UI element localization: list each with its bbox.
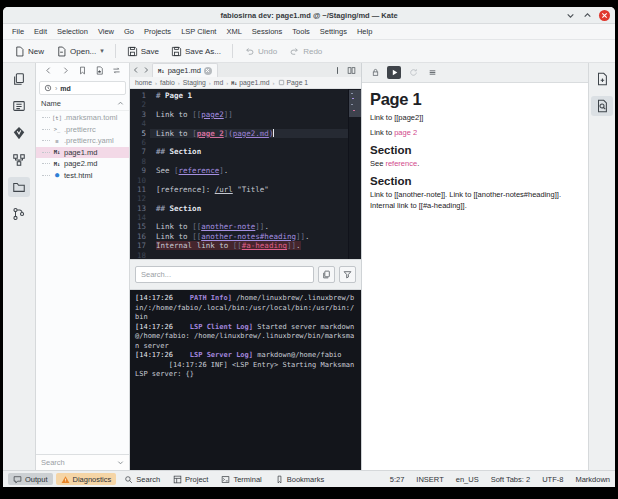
open-button[interactable]: Open... ▾ [51,43,109,60]
statusbar-search[interactable]: Search [119,473,165,485]
close-icon[interactable] [599,10,610,21]
breadcrumb-item[interactable]: Staging [183,79,206,86]
menu-settings[interactable]: Settings [315,25,352,38]
lock-icon[interactable] [368,66,382,79]
menu-tools[interactable]: Tools [287,25,315,38]
statusbar-indicator[interactable]: UTF-8 [542,475,563,484]
tool-new-document[interactable] [591,69,613,89]
code-line[interactable]: ## Section [156,204,348,213]
new-button[interactable]: New [9,43,49,60]
code-line[interactable]: Link to [[another-notes#heading]]. [156,232,348,241]
file-row[interactable]: ●test.html [36,170,129,182]
filetree-breadcrumb[interactable]: › md [39,81,126,95]
split-view-icon[interactable] [347,66,356,75]
name-column-header[interactable]: Name [41,99,61,108]
menu-view[interactable]: View [93,25,119,38]
tab-back-icon[interactable] [132,66,140,74]
filetree-filter[interactable]: Search [36,454,129,470]
undo-button[interactable]: Undo [239,43,282,60]
minimap-view-indicator[interactable] [349,90,361,117]
pin-icon[interactable] [333,66,342,75]
current-document-folder-button[interactable] [95,66,104,77]
code-line[interactable] [156,138,348,147]
file-row[interactable]: M↓page1.md [36,147,129,159]
statusbar-bookmarks[interactable]: Bookmarks [270,473,330,485]
statusbar-output[interactable]: Output [8,473,53,485]
code-editor[interactable]: 123456789101112131415161718 # Page 1Link… [130,89,361,259]
back-button[interactable] [44,66,53,77]
play-icon[interactable] [387,66,401,79]
menu-icon[interactable] [425,66,439,79]
statusbar-indicator[interactable]: Soft Tabs: 2 [491,475,530,484]
code-line[interactable]: Link to [page 2](page2.md) [150,129,348,138]
breadcrumb-folder[interactable]: md [60,85,71,92]
filetree-header[interactable]: Name [36,97,129,111]
statusbar-terminal[interactable]: Terminal [216,473,266,485]
save-as-button[interactable]: Save As... [166,43,226,60]
breadcrumb-item[interactable]: md [214,79,223,86]
statusbar-diagnostics[interactable]: Diagnostics [56,473,117,485]
titlebar[interactable]: fabiosirna dev: page1.md @ ~/Staging/md … [3,7,615,24]
breadcrumb-item[interactable]: home [135,79,152,86]
menu-xml[interactable]: XML [221,25,246,38]
statusbar-indicator[interactable]: 5:27 [390,475,405,484]
menu-lsp-client[interactable]: LSP Client [176,25,221,38]
refresh-icon[interactable] [406,66,420,79]
code-line[interactable] [156,157,348,166]
open-dropdown-icon[interactable]: ▾ [100,47,104,55]
code-line[interactable]: [reference]: /url "Title" [156,185,348,194]
statusbar-indicator[interactable]: en_US [456,475,479,484]
maximize-icon[interactable] [582,10,593,21]
redo-button[interactable]: Redo [284,43,327,60]
code-line[interactable]: See [reference]. [156,166,348,175]
menu-sessions[interactable]: Sessions [247,25,287,38]
preview-link[interactable]: page 2 [394,128,417,137]
code-line[interactable] [156,176,348,185]
breadcrumb-item[interactable]: fabio [160,79,175,86]
code-line[interactable]: # Page 1 [156,91,348,100]
tool-file-list[interactable] [8,96,30,116]
menu-edit[interactable]: Edit [29,25,52,38]
code-line[interactable] [156,194,348,203]
file-row[interactable]: >_.prettierrc [36,124,129,136]
filter-icon[interactable] [339,266,356,283]
tool-symbols[interactable] [8,150,30,170]
code-line[interactable] [156,213,348,222]
code-line[interactable]: Link to [[another-note]]. [156,222,348,231]
forward-button[interactable] [61,66,70,77]
menu-selection[interactable]: Selection [52,25,93,38]
file-row[interactable]: ≡.prettierrc.yaml [36,135,129,147]
menu-file[interactable]: File [7,25,29,38]
tool-markdown-preview[interactable] [591,96,613,116]
menu-help[interactable]: Help [352,25,377,38]
copy-icon[interactable] [318,266,335,283]
code-line[interactable]: Internal link to [[#a-heading]]. [156,241,348,250]
tool-filesystem-browser[interactable] [8,177,30,197]
code-lines[interactable]: # Page 1Link to [[page2]]Link to [page 2… [150,89,348,259]
search-input[interactable] [135,266,314,283]
code-line[interactable]: ## Section [156,147,348,156]
code-line[interactable] [156,251,348,259]
breadcrumb-item[interactable]: Page 1 [278,79,309,86]
file-row[interactable]: M↓page2.md [36,158,129,170]
tab-close-icon[interactable] [204,67,212,75]
tab-page1[interactable]: M↓ page1.md [152,63,218,77]
minimize-icon[interactable] [565,10,576,21]
file-row[interactable]: [t].marksman.toml [36,112,129,124]
statusbar-indicator[interactable]: Markdown [575,475,610,484]
preview-link[interactable]: reference [385,159,417,168]
minimap-scrollbar[interactable] [348,89,361,259]
menu-go[interactable]: Go [119,25,139,38]
menu-projects[interactable]: Projects [139,25,176,38]
bookmarks-button[interactable] [78,66,87,77]
sync-button[interactable] [112,66,121,77]
tool-documents[interactable] [8,69,30,89]
statusbar-indicator[interactable]: INSERT [416,475,443,484]
tool-kde-tool[interactable] [8,123,30,143]
statusbar-project[interactable]: Project [168,473,213,485]
code-line[interactable] [156,100,348,109]
tool-git[interactable] [8,204,30,224]
save-button[interactable]: Save [122,43,164,60]
tab-forward-icon[interactable] [142,66,150,74]
breadcrumb-item[interactable]: M↓page1.md [231,79,269,86]
